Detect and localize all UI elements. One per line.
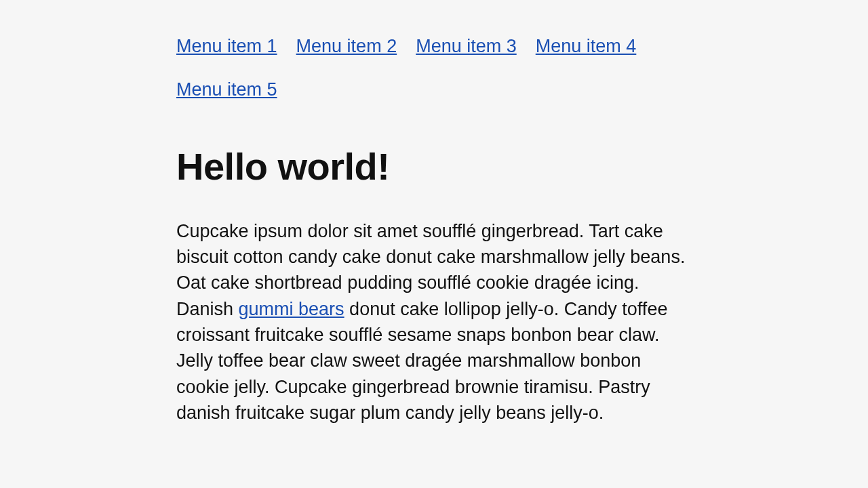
bottom-divider-wrap [136, 485, 841, 488]
body-paragraph: Cupcake ipsum dolor sit amet soufflé gin… [176, 218, 692, 426]
page-container: Menu item 1 Menu item 2 Menu item 3 Menu… [176, 0, 692, 426]
gummi-bears-link[interactable]: gummi bears [239, 299, 344, 319]
menu-item-4[interactable]: Menu item 4 [536, 35, 637, 57]
menu-item-3[interactable]: Menu item 3 [416, 35, 517, 57]
menu-item-2[interactable]: Menu item 2 [296, 35, 397, 57]
main-menu: Menu item 1 Menu item 2 Menu item 3 Menu… [176, 35, 692, 123]
menu-item-1[interactable]: Menu item 1 [176, 35, 277, 57]
page-title: Hello world! [176, 144, 692, 188]
menu-item-5[interactable]: Menu item 5 [176, 79, 277, 100]
